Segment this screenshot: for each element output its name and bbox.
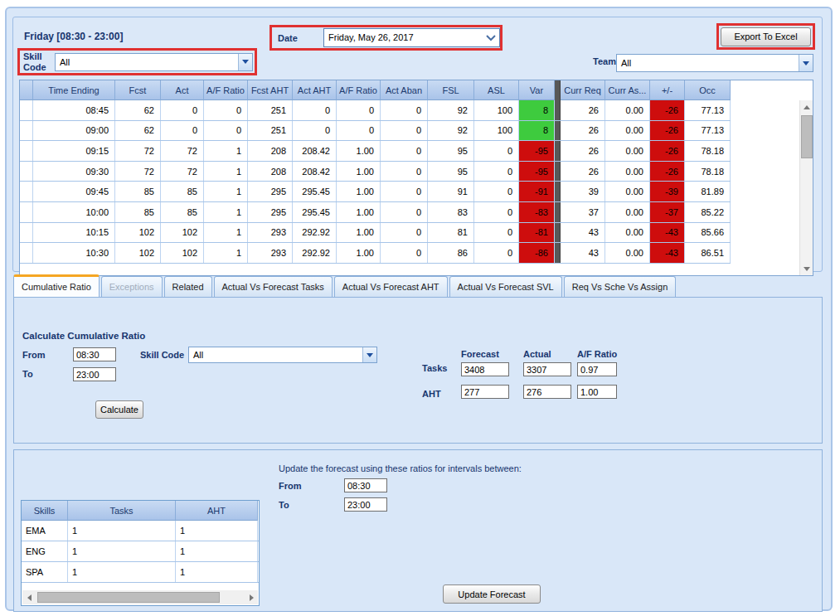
table-row[interactable]: 09:006200251000921008260.00-2677.13 — [20, 121, 731, 142]
grid-cell: 0.00 — [605, 243, 650, 263]
grid-cell: 1 — [204, 162, 248, 182]
aht-forecast-input[interactable] — [461, 385, 509, 399]
grid-column-header[interactable] — [20, 80, 33, 100]
team-dropdown[interactable]: All — [616, 54, 813, 72]
tab-req-vs-sche-vs-assign[interactable]: Req Vs Sche Vs Assign — [564, 276, 677, 297]
grid-column-header[interactable]: ASL — [474, 80, 519, 100]
scroll-up-icon[interactable] — [800, 100, 813, 114]
table-row[interactable]: 10:151021021293292.921.000810-81430.00-4… — [20, 223, 731, 244]
grid-cell: 292.92 — [293, 243, 337, 263]
grid-cell: 0 — [337, 100, 381, 120]
grid-column-header[interactable]: Time Ending — [33, 80, 115, 100]
update-to-label: To — [279, 500, 289, 510]
grid-column-header[interactable]: Fcst AHT — [248, 80, 293, 100]
scroll-right-icon[interactable] — [245, 590, 258, 604]
table-row[interactable]: ENG11 — [22, 541, 259, 562]
grid-cell: 43 — [561, 223, 605, 243]
table-row[interactable]: EMA11 — [22, 521, 259, 541]
dropdown-arrow-icon[interactable] — [799, 55, 813, 71]
grid-cell: 0 — [474, 243, 519, 263]
aht-actual-input[interactable] — [523, 385, 571, 399]
grid-column-header[interactable]: Act — [161, 80, 204, 100]
grid-cell: 208 — [248, 162, 293, 182]
grid-cell: -91 — [519, 182, 555, 201]
scroll-down-icon[interactable] — [800, 262, 813, 275]
row-indicator — [20, 202, 33, 222]
grid-cell: 85 — [115, 202, 161, 222]
aht-af-ratio-input[interactable] — [577, 385, 617, 399]
grid-cell: 81.89 — [685, 182, 731, 201]
grid-column-header[interactable]: A/F Ratio — [337, 80, 381, 100]
skill-code-dropdown[interactable]: All — [55, 53, 253, 71]
skills-cell: EMA — [22, 521, 68, 541]
tasks-af-ratio-input[interactable] — [577, 362, 617, 376]
tasks-actual-input[interactable] — [523, 362, 571, 376]
skills-ratio-table: SkillsTasksAHT EMA11ENG11SPA11 — [21, 500, 260, 606]
chevron-down-icon[interactable] — [483, 29, 499, 46]
grid-column-header[interactable]: Curr Req — [561, 80, 605, 100]
grid-cell: 95 — [428, 162, 474, 182]
update-from-input[interactable] — [344, 478, 387, 492]
grid-cell: 0 — [161, 121, 204, 141]
tab-cumulative-ratio[interactable]: Cumulative Ratio — [13, 274, 100, 297]
grid-cell: 1.00 — [337, 182, 381, 201]
dropdown-arrow-icon[interactable] — [362, 347, 376, 362]
grid-column-header[interactable]: Var — [519, 80, 555, 100]
from-time-input[interactable] — [73, 347, 116, 361]
update-from-label: From — [279, 481, 302, 491]
table-row[interactable]: 09:3072721208208.421.000950-95260.00-267… — [20, 162, 731, 182]
grid-cell: 0 — [474, 202, 519, 222]
tab-related[interactable]: Related — [164, 276, 212, 297]
grid-cell: 293 — [248, 223, 293, 243]
grid-cell: 62 — [115, 100, 161, 120]
grid-column-header[interactable]: Act AHT — [293, 80, 337, 100]
table-row[interactable]: 10:301021021293292.921.000860-86430.00-4… — [20, 243, 731, 264]
update-forecast-button[interactable]: Update Forecast — [443, 584, 541, 604]
grid-cell: -95 — [519, 141, 555, 161]
tab-actual-vs-forecast-svl[interactable]: Actual Vs Forecast SVL — [449, 276, 562, 297]
grid-cell: 102 — [161, 243, 204, 263]
update-to-input[interactable] — [344, 497, 387, 512]
table-row[interactable]: 09:1572721208208.421.000950-95260.00-267… — [20, 141, 731, 162]
grid-cell: 92 — [428, 100, 474, 120]
table-row[interactable]: 08:456200251000921008260.00-2677.13 — [20, 100, 731, 121]
scrollbar-thumb[interactable] — [37, 592, 220, 603]
grid-cell: 09:15 — [33, 141, 115, 161]
scroll-left-icon[interactable] — [22, 590, 36, 604]
date-dropdown[interactable]: Friday, May 26, 2017 — [323, 28, 500, 47]
calculate-button[interactable]: Calculate — [95, 400, 143, 419]
table-row[interactable]: 09:4585851295295.451.000910-91390.00-398… — [20, 182, 731, 202]
grid-cell: 102 — [161, 223, 204, 243]
skills-horizontal-scrollbar[interactable] — [22, 590, 258, 604]
tab-actual-vs-forecast-aht[interactable]: Actual Vs Forecast AHT — [334, 276, 448, 297]
dropdown-arrow-icon[interactable] — [238, 54, 252, 70]
grid-cell: 0 — [474, 162, 519, 182]
grid-column-header[interactable]: FSL — [428, 80, 474, 100]
skills-column-header[interactable]: Tasks — [68, 501, 176, 521]
team-value: All — [617, 55, 799, 71]
grid-column-header[interactable]: Occ — [685, 80, 731, 100]
table-row[interactable]: SPA11 — [22, 562, 259, 583]
scrollbar-thumb[interactable] — [801, 115, 813, 158]
skills-column-header[interactable]: AHT — [176, 501, 258, 521]
grid-cell: 91 — [428, 182, 474, 201]
table-row[interactable]: 10:0085851295295.451.000830-83370.00-378… — [20, 202, 731, 223]
grid-vertical-scrollbar[interactable] — [799, 100, 813, 275]
skills-cell: 1 — [68, 521, 176, 541]
grid-cell: 0.00 — [605, 182, 650, 201]
export-annotation-box: Export To Excel — [716, 23, 815, 50]
export-to-excel-button[interactable]: Export To Excel — [721, 27, 811, 46]
grid-column-header[interactable]: Act Aban — [381, 80, 428, 100]
tab-actual-vs-forecast-tasks[interactable]: Actual Vs Forecast Tasks — [214, 276, 333, 297]
to-time-input[interactable] — [73, 367, 116, 381]
grid-column-header[interactable]: Fcst — [115, 80, 161, 100]
grid-cell: 10:00 — [33, 202, 115, 222]
grid-column-header[interactable]: A/F Ratio — [204, 80, 248, 100]
ratio-skill-code-value: All — [189, 347, 362, 362]
tasks-forecast-input[interactable] — [461, 362, 509, 376]
grid-cell: 08:45 — [33, 100, 115, 120]
grid-column-header[interactable]: Curr As... — [605, 80, 650, 100]
grid-column-header[interactable]: +/- — [650, 80, 685, 100]
skills-column-header[interactable]: Skills — [22, 501, 68, 521]
ratio-skill-code-dropdown[interactable]: All — [188, 347, 377, 363]
